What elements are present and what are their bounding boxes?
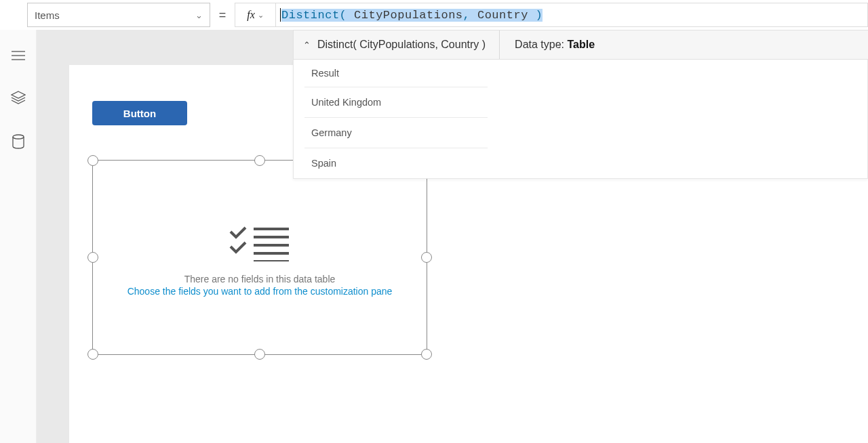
empty-state-link[interactable]: Choose the fields you want to add from t… <box>93 286 427 297</box>
button-control[interactable]: Button <box>92 101 187 125</box>
svg-marker-3 <box>12 91 25 98</box>
result-row: Germany <box>304 118 488 148</box>
checklist-icon <box>229 225 290 261</box>
hamburger-icon[interactable] <box>12 50 25 64</box>
resize-handle[interactable] <box>254 349 265 360</box>
chevron-down-icon: ⌄ <box>195 10 203 20</box>
chevron-down-icon: ⌄ <box>258 11 264 20</box>
result-expression-segment[interactable]: ⌃ Distinct( CityPopulations, Country ) <box>294 30 500 59</box>
datatype-value: Table <box>567 39 595 50</box>
formula-bar: Items ⌄ = fx ⌄ Distinct( CityPopulations… <box>0 0 868 30</box>
result-row: United Kingdom <box>304 87 488 118</box>
data-table-empty-state: There are no fields in this data table C… <box>93 225 427 297</box>
formula-token: ) <box>536 9 543 22</box>
formula-result-bar: ⌃ Distinct( CityPopulations, Country ) D… <box>293 30 868 60</box>
empty-state-text: There are no fields in this data table <box>93 274 427 284</box>
formula-token: Country <box>470 9 535 22</box>
formula-input[interactable]: Distinct( CityPopulations, Country ) <box>275 3 868 27</box>
svg-point-4 <box>13 135 24 139</box>
formula-token: CityPopulations <box>347 9 462 22</box>
property-selector-value: Items <box>35 9 60 21</box>
datatype-label: Data type: <box>515 39 567 50</box>
result-row: Spain <box>304 148 488 178</box>
result-expression: Distinct( CityPopulations, Country ) <box>317 39 486 51</box>
formula-result-panel: Result United Kingdom Germany Spain <box>293 60 868 179</box>
fx-button[interactable]: fx ⌄ <box>235 3 275 27</box>
formula-token: , <box>463 9 471 22</box>
result-column-header: Result <box>304 60 488 87</box>
chevron-up-icon: ⌃ <box>303 40 311 50</box>
left-sidebar <box>0 30 37 443</box>
property-selector[interactable]: Items ⌄ <box>27 3 210 27</box>
data-icon[interactable] <box>12 134 24 152</box>
fx-label: fx <box>247 9 255 21</box>
resize-handle[interactable] <box>254 155 265 166</box>
resize-handle[interactable] <box>87 349 98 360</box>
resize-handle[interactable] <box>421 349 432 360</box>
data-table-control[interactable]: There are no fields in this data table C… <box>92 160 427 355</box>
text-cursor <box>280 8 281 22</box>
equals-label: = <box>210 8 235 22</box>
layers-icon[interactable] <box>11 91 26 107</box>
result-datatype-segment: Data type: Table <box>500 39 610 51</box>
formula-token: Distinct( <box>281 9 347 22</box>
resize-handle[interactable] <box>87 155 98 166</box>
